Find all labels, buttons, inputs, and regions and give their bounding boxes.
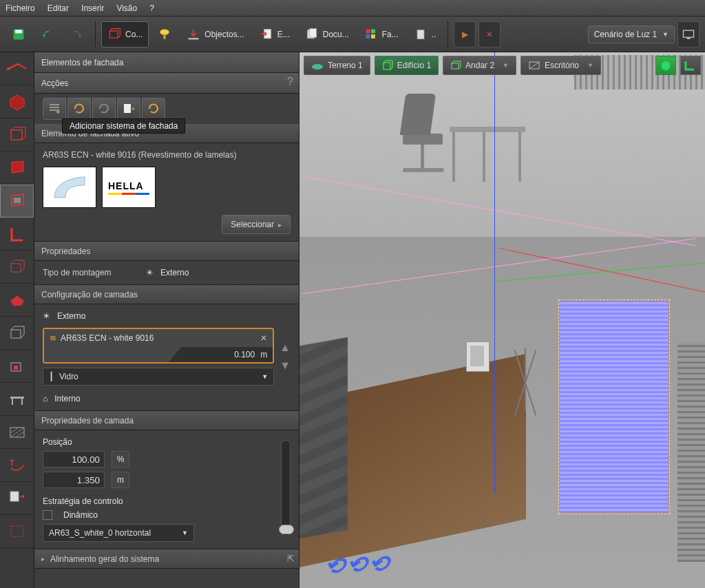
menubar: Ficheiro Editar Inserir Visão ? xyxy=(0,0,705,17)
layer-remove[interactable]: ✕ xyxy=(260,333,267,343)
construction-tab[interactable]: Co... xyxy=(101,21,149,48)
scenario-dropdown[interactable]: Cenário de Luz 1▼ xyxy=(588,25,675,43)
action-export[interactable] xyxy=(117,98,140,120)
dynamic-checkbox[interactable] xyxy=(43,510,52,520)
tool-hatch[interactable] xyxy=(0,416,34,449)
menu-view[interactable]: Visão xyxy=(116,3,137,13)
sun-icon: ☀ xyxy=(146,268,154,277)
objects-tab[interactable]: Objectos... xyxy=(180,21,250,48)
props-header: Propriedades xyxy=(34,242,299,261)
facade-blind-selection[interactable] xyxy=(559,300,669,514)
menu-help[interactable]: ? xyxy=(149,3,154,13)
tool-redL[interactable] xyxy=(0,218,34,251)
stair xyxy=(299,337,348,538)
lamp-icon xyxy=(158,28,171,41)
strategy-select[interactable]: AR63_S_white_0 horizontal▼ xyxy=(43,524,194,542)
undo-icon xyxy=(41,28,54,41)
svg-rect-8 xyxy=(309,28,316,37)
cube-outline-icon xyxy=(107,28,121,41)
action-refresh3[interactable] xyxy=(142,98,165,120)
redo-button[interactable] xyxy=(63,21,90,48)
layer-props-header: Propriedades de camada xyxy=(34,411,299,430)
view-solid[interactable] xyxy=(655,56,676,75)
glass-select[interactable]: ┃Vidro▼ xyxy=(43,368,274,386)
tool-copy[interactable] xyxy=(0,482,34,515)
tool-roof[interactable] xyxy=(0,284,34,317)
monitor-icon xyxy=(682,28,695,41)
layer-chip[interactable]: ≋AR63S ECN - white 9016✕ 0.100m xyxy=(43,328,274,364)
select-button[interactable]: Seleccionar▸ xyxy=(222,215,291,234)
tool-wirecube[interactable] xyxy=(0,251,34,284)
panel-title-text: Elementos de fachada xyxy=(41,58,123,67)
tool-table[interactable] xyxy=(0,383,34,416)
menu-file[interactable]: Ficheiro xyxy=(6,3,35,13)
properties-panel: Elementos de fachada Acções? + Adicionar… xyxy=(34,52,299,588)
position-percent-input[interactable] xyxy=(43,451,105,468)
m-unit: m xyxy=(112,472,129,488)
play-button[interactable]: ▶ xyxy=(454,21,476,48)
help-icon[interactable]: ? xyxy=(287,76,293,88)
light-tab[interactable] xyxy=(151,21,178,48)
panel-title: Elementos de fachada xyxy=(34,52,299,73)
fa-tab[interactable]: Fa... xyxy=(358,21,405,48)
left-toolbar: T xyxy=(0,52,34,588)
crumb-andar-label: Andar 2 xyxy=(465,61,494,70)
crumb-terreno[interactable]: Terreno 1 xyxy=(304,56,370,75)
menu-edit[interactable]: Editar xyxy=(48,3,69,13)
save-button[interactable] xyxy=(6,21,32,48)
svg-rect-24 xyxy=(12,399,13,405)
action-refresh1[interactable] xyxy=(67,98,91,120)
fa-label: Fa... xyxy=(382,30,399,39)
view-floor[interactable] xyxy=(680,56,701,75)
thumb-product[interactable] xyxy=(43,167,96,208)
chevron-down-icon[interactable]: ▼ xyxy=(587,62,593,69)
crumb-andar[interactable]: Andar 2▼ xyxy=(443,56,516,75)
svg-rect-18 xyxy=(14,198,21,203)
brand-text: HELLA xyxy=(108,180,144,191)
undo-button[interactable] xyxy=(34,21,61,48)
tool-redplane[interactable] xyxy=(0,151,34,185)
tool-redpoly[interactable] xyxy=(0,52,34,85)
crumb-escritorio[interactable]: Escritório▼ xyxy=(520,56,601,75)
alignment-header[interactable]: ▸Alinhamento geral do sistema⇱ xyxy=(34,549,299,569)
misc-label: .. xyxy=(432,30,436,39)
thumb-brand[interactable]: HELLA xyxy=(102,167,156,208)
docu-label: Docu... xyxy=(323,30,349,39)
menu-insert[interactable]: Inserir xyxy=(81,3,104,13)
move-down[interactable]: ▼ xyxy=(280,359,291,372)
tool-text[interactable]: T xyxy=(0,449,34,482)
layers-header: Configuração de camadas xyxy=(34,285,299,304)
slider-knob[interactable] xyxy=(279,525,294,534)
export-tab[interactable]: E... xyxy=(253,21,296,48)
tool-redcube2[interactable] xyxy=(0,118,34,151)
viewport[interactable]: ⟲ ⟲ ⟲ Terreno 1 Edifício 1 Andar 2▼ Escr… xyxy=(299,52,705,588)
layer-props-block: Posição % m Estratégia de controlo Dinâm… xyxy=(34,430,299,549)
layer-name: AR63S ECN - white 9016 xyxy=(61,333,154,343)
tool-facade[interactable] xyxy=(0,185,34,218)
svg-rect-28 xyxy=(10,492,19,501)
tool-greycube[interactable] xyxy=(0,317,34,350)
svg-text:T: T xyxy=(10,459,14,467)
tool-redmark[interactable] xyxy=(0,350,34,383)
misc-tab[interactable]: .. xyxy=(408,21,443,48)
move-up[interactable]: ▲ xyxy=(280,342,291,354)
tooltip-add-facade: Adicionar sistema de fachada xyxy=(62,118,185,134)
action-refresh2[interactable] xyxy=(92,98,116,120)
svg-rect-25 xyxy=(21,399,23,405)
pin-icon[interactable]: ⇱ xyxy=(287,554,295,564)
chevron-down-icon[interactable]: ▼ xyxy=(503,62,509,69)
docu-tab[interactable]: Docu... xyxy=(299,21,355,48)
stop-button[interactable]: ✕ xyxy=(478,21,501,48)
position-m-input[interactable] xyxy=(43,472,105,488)
action-add[interactable]: + xyxy=(43,98,66,120)
tool-redcube1[interactable] xyxy=(0,85,34,118)
position-slider[interactable] xyxy=(281,440,291,536)
tool-selectrect[interactable] xyxy=(0,515,34,548)
svg-rect-22 xyxy=(14,366,18,370)
svg-point-3 xyxy=(160,29,169,34)
crumb-edificio[interactable]: Edifício 1 xyxy=(375,56,439,75)
fullscreen-button[interactable] xyxy=(677,21,699,48)
svg-rect-9 xyxy=(366,29,370,33)
actions-label: Acções xyxy=(41,78,68,88)
layer-move-arrows: ▲ ▼ xyxy=(280,328,291,386)
